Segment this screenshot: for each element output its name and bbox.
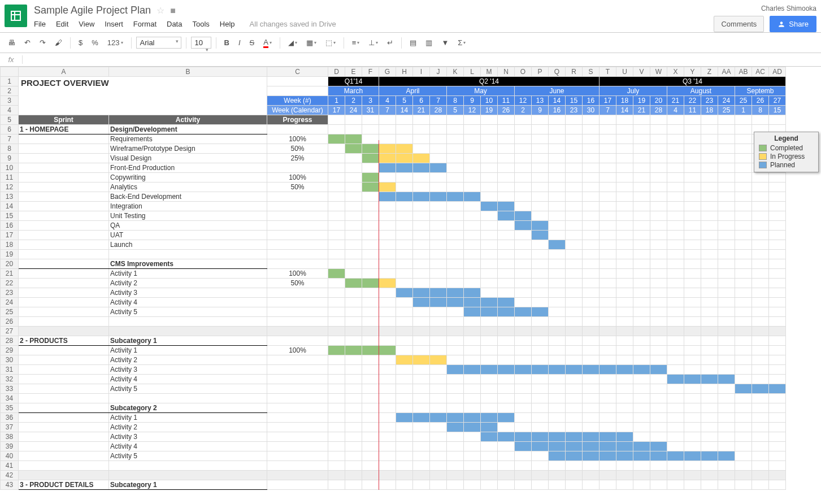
gantt-cell[interactable]: [532, 279, 549, 288]
gantt-cell[interactable]: [752, 221, 769, 231]
gantt-cell[interactable]: [600, 134, 616, 144]
gantt-cell[interactable]: [701, 451, 718, 461]
sprint-cell[interactable]: [19, 211, 109, 221]
gantt-cell[interactable]: [447, 221, 464, 231]
gantt-cell[interactable]: [379, 432, 396, 442]
gantt-cell[interactable]: [430, 269, 447, 279]
gantt-cell[interactable]: [515, 231, 532, 240]
menu-format[interactable]: Format: [133, 20, 157, 28]
gantt-cell[interactable]: [379, 221, 396, 231]
gantt-cell[interactable]: [532, 365, 549, 375]
gantt-cell[interactable]: [684, 163, 701, 173]
sprint-cell[interactable]: [19, 394, 109, 403]
gantt-cell[interactable]: [396, 336, 413, 346]
gantt-cell[interactable]: [345, 461, 362, 471]
gantt-cell[interactable]: [464, 355, 481, 365]
gantt-cell[interactable]: [684, 336, 701, 346]
gantt-cell[interactable]: [515, 279, 532, 288]
gantt-cell[interactable]: [413, 288, 430, 298]
gantt-cell[interactable]: [345, 240, 362, 250]
gantt-cell[interactable]: [515, 173, 532, 183]
gantt-cell[interactable]: [532, 154, 549, 163]
gantt-cell[interactable]: [667, 355, 684, 365]
gantt-cell[interactable]: [616, 192, 633, 202]
gantt-cell[interactable]: [532, 480, 549, 490]
gantt-cell[interactable]: [718, 442, 735, 451]
sprint-cell[interactable]: [19, 317, 109, 327]
sprint-cell[interactable]: [19, 355, 109, 365]
gantt-cell[interactable]: [718, 183, 735, 192]
gantt-cell[interactable]: [345, 211, 362, 221]
gantt-cell[interactable]: [413, 221, 430, 231]
gantt-cell[interactable]: [430, 154, 447, 163]
gantt-cell[interactable]: [498, 288, 515, 298]
gantt-cell[interactable]: [566, 480, 583, 490]
gantt-cell[interactable]: [667, 154, 684, 163]
progress-cell[interactable]: [267, 442, 328, 451]
gantt-cell[interactable]: [413, 173, 430, 183]
gantt-cell[interactable]: [396, 144, 413, 154]
gantt-cell[interactable]: [769, 279, 786, 288]
gantt-cell[interactable]: [379, 442, 396, 451]
gantt-cell[interactable]: [549, 432, 566, 442]
gantt-cell[interactable]: [735, 423, 752, 432]
gantt-cell[interactable]: [549, 365, 566, 375]
gantt-cell[interactable]: [498, 432, 515, 442]
gantt-cell[interactable]: [464, 307, 481, 317]
gantt-cell[interactable]: [362, 432, 379, 442]
gantt-cell[interactable]: [345, 346, 362, 355]
gantt-cell[interactable]: [566, 298, 583, 307]
gantt-cell[interactable]: [684, 173, 701, 183]
number-format[interactable]: 123▾: [104, 36, 127, 49]
gantt-cell[interactable]: [667, 480, 684, 490]
gantt-cell[interactable]: [583, 259, 600, 269]
gantt-cell[interactable]: [769, 423, 786, 432]
gantt-cell[interactable]: [752, 202, 769, 211]
gantt-cell[interactable]: [600, 221, 616, 231]
gantt-cell[interactable]: [532, 125, 549, 134]
gantt-cell[interactable]: [464, 442, 481, 451]
gantt-cell[interactable]: [667, 163, 684, 173]
gantt-cell[interactable]: [769, 365, 786, 375]
gantt-cell[interactable]: [650, 163, 667, 173]
gantt-cell[interactable]: [769, 259, 786, 269]
activity-cell[interactable]: [109, 250, 267, 259]
gantt-cell[interactable]: [633, 154, 650, 163]
gantt-cell[interactable]: [345, 480, 362, 490]
gantt-cell[interactable]: [600, 298, 616, 307]
col-header-W[interactable]: W: [650, 67, 667, 77]
gantt-cell[interactable]: [532, 259, 549, 269]
gantt-cell[interactable]: [362, 336, 379, 346]
gantt-cell[interactable]: [549, 144, 566, 154]
gantt-cell[interactable]: [684, 346, 701, 355]
gantt-cell[interactable]: [328, 317, 345, 327]
gantt-cell[interactable]: [583, 288, 600, 298]
gantt-cell[interactable]: [735, 375, 752, 384]
sprint-cell[interactable]: [19, 279, 109, 288]
gantt-cell[interactable]: [667, 259, 684, 269]
filter-icon[interactable]: ▼: [438, 36, 452, 49]
menu-data[interactable]: Data: [167, 20, 182, 28]
gantt-cell[interactable]: [752, 279, 769, 288]
gantt-cell[interactable]: [481, 365, 498, 375]
gantt-cell[interactable]: [735, 154, 752, 163]
gantt-cell[interactable]: [481, 221, 498, 231]
percent-format[interactable]: %: [88, 36, 102, 49]
gantt-cell[interactable]: [718, 346, 735, 355]
gantt-cell[interactable]: [413, 461, 430, 471]
gantt-cell[interactable]: [447, 250, 464, 259]
gantt-cell[interactable]: [600, 154, 616, 163]
sprint-cell[interactable]: [19, 134, 109, 144]
progress-cell[interactable]: [267, 432, 328, 442]
gantt-cell[interactable]: [701, 144, 718, 154]
gantt-cell[interactable]: [650, 269, 667, 279]
gantt-cell[interactable]: [735, 384, 752, 394]
gantt-cell[interactable]: [701, 365, 718, 375]
gantt-cell[interactable]: [549, 480, 566, 490]
gantt-cell[interactable]: [769, 192, 786, 202]
gantt-cell[interactable]: [379, 202, 396, 211]
gantt-cell[interactable]: [583, 413, 600, 423]
gantt-cell[interactable]: [616, 365, 633, 375]
gantt-cell[interactable]: [362, 231, 379, 240]
gantt-cell[interactable]: [701, 240, 718, 250]
